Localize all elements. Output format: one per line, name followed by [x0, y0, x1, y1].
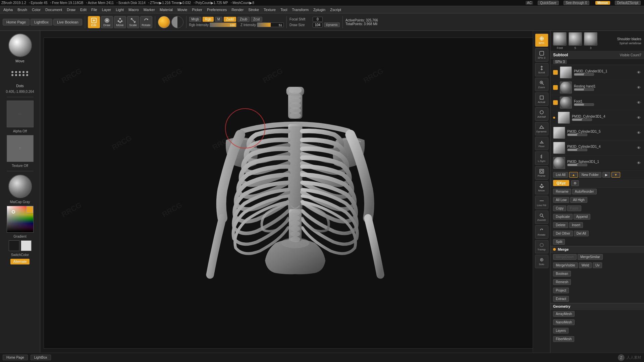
- color-circle[interactable]: [158, 16, 170, 28]
- remesh-btn[interactable]: Remesh: [553, 279, 571, 285]
- fiber-mesh-btn[interactable]: FiberMesh: [553, 336, 574, 342]
- solo-btn[interactable]: Solo: [535, 255, 548, 268]
- brush-preview[interactable]: [8, 34, 32, 57]
- layer-item-6[interactable]: PM3D_Cylinder3D1_4 👁: [550, 140, 644, 156]
- layer-6-slider[interactable]: [567, 148, 587, 151]
- lightbox-tab[interactable]: LightBox: [31, 19, 52, 25]
- floor-btn[interactable]: Floor: [535, 137, 548, 150]
- m-btn[interactable]: M: [215, 17, 222, 22]
- rename-btn[interactable]: Rename: [553, 189, 571, 194]
- paste-btn[interactable]: Paste: [567, 205, 581, 211]
- aahalf-btn[interactable]: AAHalf: [535, 107, 548, 121]
- boolean-btn[interactable]: Boolean: [553, 271, 571, 277]
- layer-item-5[interactable]: PM3D_Cylinder3D1_5 👁: [550, 125, 644, 140]
- move-button[interactable]: Move: [114, 16, 126, 28]
- menu-stroke[interactable]: Stroke: [246, 7, 261, 12]
- layer-4-eye[interactable]: 👁: [636, 115, 641, 120]
- menu-brush[interactable]: Brush: [15, 7, 29, 12]
- menu-preferences[interactable]: Preferences: [205, 7, 229, 12]
- project-btn[interactable]: Project: [553, 288, 569, 293]
- menu-file[interactable]: File: [89, 7, 99, 12]
- duplicate-btn[interactable]: Duplicate: [553, 214, 573, 220]
- qxyz-icon-btn[interactable]: ⚙: [571, 180, 579, 186]
- layer-1-edit[interactable]: [553, 70, 558, 75]
- geometry-section-header[interactable]: Geometry: [550, 303, 644, 310]
- menu-material[interactable]: Material: [158, 7, 175, 12]
- menu-zscript[interactable]: Zscript: [328, 7, 343, 12]
- menu-movie[interactable]: Movie: [175, 7, 189, 12]
- zoom-btn[interactable]: Zoom: [535, 78, 548, 91]
- qxyz-btn[interactable]: QXyz: [553, 180, 569, 186]
- edit-button[interactable]: Edit: [88, 16, 100, 28]
- dots-label[interactable]: Dots: [16, 84, 24, 88]
- layer-3-eye[interactable]: 👁: [636, 100, 641, 105]
- menu-draw[interactable]: Draw: [65, 7, 77, 12]
- thumb-3[interactable]: [584, 32, 597, 46]
- texture-label[interactable]: Texture Off: [12, 164, 28, 168]
- frame-btn[interactable]: Frame: [535, 166, 548, 180]
- bpr-btn[interactable]: BPR: [535, 34, 548, 47]
- actual-btn[interactable]: Actual: [535, 93, 548, 106]
- insert-btn[interactable]: Insert: [569, 222, 583, 228]
- focal-shift-value[interactable]: 0: [313, 17, 323, 22]
- list-all-btn[interactable]: List All: [553, 172, 568, 178]
- menu-zplugin[interactable]: Zplugin: [311, 7, 327, 12]
- weld-btn[interactable]: Weld: [579, 262, 592, 268]
- half-circle[interactable]: [171, 16, 183, 28]
- append-btn[interactable]: Append: [574, 214, 590, 220]
- live-boolean-tab[interactable]: Live Boolean: [53, 19, 82, 25]
- thumb-5[interactable]: [569, 32, 582, 46]
- draw-size-value[interactable]: 104: [313, 22, 323, 27]
- spi-label[interactable]: SPix 3: [553, 60, 567, 64]
- scroll-btn[interactable]: Scroll: [535, 63, 548, 76]
- rotate-button[interactable]: Rotate: [140, 16, 152, 28]
- layer-item-3[interactable]: Foot1 👁: [550, 95, 644, 110]
- arrow-right-btn[interactable]: ▶: [602, 172, 610, 178]
- uv-btn[interactable]: Uv: [593, 262, 602, 268]
- matcap-label[interactable]: MatCap Gray: [10, 200, 30, 204]
- spix-btn[interactable]: SPix 3: [535, 48, 548, 62]
- dynamic-persp-btn[interactable]: Dynamic: [535, 122, 548, 135]
- menu-tool[interactable]: Tool: [278, 7, 289, 12]
- menu-marker[interactable]: Marker: [142, 7, 157, 12]
- layer-1-eye[interactable]: 👁: [636, 70, 641, 75]
- quick-save-btn[interactable]: QuickSave: [538, 1, 558, 5]
- del-other-btn[interactable]: Del Other: [553, 231, 573, 236]
- menu-picker[interactable]: Picker: [190, 7, 204, 12]
- matcap-preview[interactable]: [8, 175, 32, 198]
- texture-preview[interactable]: T: [7, 135, 34, 162]
- transp-btn[interactable]: Transp: [535, 240, 548, 253]
- menu-alpha[interactable]: Alpha: [1, 7, 15, 12]
- move-vert-btn[interactable]: Move: [535, 181, 548, 194]
- alpha-preview[interactable]: —: [7, 101, 34, 127]
- layer-3-edit[interactable]: [553, 100, 558, 105]
- color-picker[interactable]: [7, 206, 34, 233]
- menu-texture[interactable]: Texture: [262, 7, 278, 12]
- menu-color[interactable]: Color: [30, 7, 43, 12]
- menu-render[interactable]: Render: [229, 7, 246, 12]
- footer-tab-home[interactable]: Home Page: [3, 355, 28, 360]
- menu-transform[interactable]: Transform: [290, 7, 311, 12]
- array-mesh-btn[interactable]: ArrayMesh: [553, 311, 575, 317]
- layer-4-slider[interactable]: [572, 118, 592, 121]
- layer-2-edit[interactable]: [553, 85, 558, 90]
- dark-swatch[interactable]: [9, 240, 19, 251]
- merge-visible-btn[interactable]: MergeVisible: [553, 262, 578, 268]
- copy-btn[interactable]: Copy: [553, 205, 566, 211]
- rgb-intensity-slider[interactable]: 100: [210, 22, 236, 27]
- layers-geo-btn[interactable]: Layers: [553, 328, 569, 334]
- layer-7-eye[interactable]: 👁: [636, 160, 641, 166]
- layer-7-slider[interactable]: [567, 164, 587, 166]
- layer-item-2[interactable]: Resting hand1 👁: [550, 80, 644, 95]
- all-high-btn[interactable]: All High: [570, 197, 587, 203]
- layer-6-eye[interactable]: 👁: [636, 145, 641, 150]
- zcut-btn[interactable]: Zcut: [251, 17, 262, 22]
- zadd-btn[interactable]: Zadd: [224, 17, 236, 22]
- menu-layer[interactable]: Layer: [100, 7, 113, 12]
- layer-1-slider[interactable]: [574, 73, 594, 76]
- merge-section-header[interactable]: Merge: [550, 246, 644, 253]
- ac-label[interactable]: AC: [526, 1, 533, 5]
- alternate-btn[interactable]: Alternate: [10, 259, 29, 264]
- menu-document[interactable]: Document: [43, 7, 64, 12]
- layer-5-slider[interactable]: [567, 133, 587, 136]
